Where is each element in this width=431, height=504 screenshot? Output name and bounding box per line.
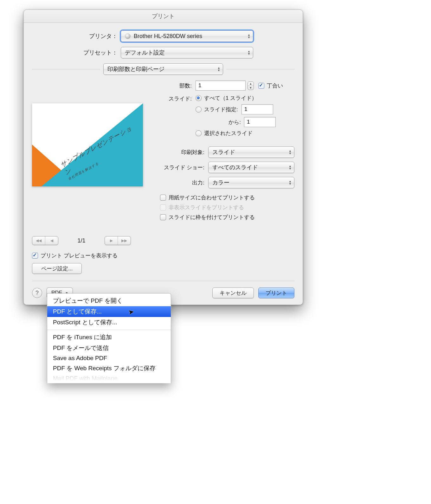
section-value: 印刷部数と印刷ページ bbox=[107, 65, 164, 73]
range-to-field[interactable] bbox=[244, 117, 276, 127]
copies-label: 部数: bbox=[160, 82, 196, 89]
printer-label: プリンタ： bbox=[32, 32, 121, 40]
page-setup-button[interactable]: ページ設定... bbox=[32, 263, 82, 274]
target-label: 印刷対象: bbox=[160, 149, 208, 156]
nav-first-prev[interactable]: ◀◀ ◀ bbox=[32, 236, 58, 245]
preset-label: プリセット： bbox=[32, 49, 121, 56]
help-button[interactable]: ? bbox=[32, 288, 42, 298]
preset-value: デフォルト設定 bbox=[125, 49, 165, 56]
pdf-menu-adobe[interactable]: Save as Adobe PDF bbox=[47, 353, 171, 363]
fit-label: 用紙サイズに合わせてプリントする bbox=[169, 194, 255, 201]
output-label: 出力: bbox=[160, 179, 208, 186]
pdf-menu-save[interactable]: PDF として保存... bbox=[47, 306, 171, 317]
copies-stepper[interactable]: ▲▼ bbox=[248, 81, 254, 90]
show-value: すべてのスライド bbox=[212, 164, 258, 171]
hidden-checkbox bbox=[160, 204, 166, 210]
output-value: カラー bbox=[212, 179, 229, 186]
fit-checkbox[interactable] bbox=[160, 195, 166, 201]
section-popup[interactable]: 印刷部数と印刷ページ ▲▼ bbox=[103, 63, 223, 75]
slides-selected-radio[interactable] bbox=[196, 130, 202, 136]
preset-popup[interactable]: デフォルト設定 ▲▼ bbox=[121, 47, 253, 58]
slides-all-label: すべて（1 スライド） bbox=[204, 94, 257, 102]
show-preview-checkbox[interactable] bbox=[32, 253, 38, 259]
printer-status-icon bbox=[125, 33, 131, 39]
target-popup[interactable]: スライド ▲▼ bbox=[208, 146, 294, 158]
page-indicator: 1/1 bbox=[64, 237, 99, 244]
slides-label: スライド: bbox=[160, 94, 196, 102]
pdf-menu-mail[interactable]: PDF をメールで送信 bbox=[47, 343, 171, 353]
print-button[interactable]: プリント bbox=[258, 288, 294, 298]
slides-range-label: スライド指定: bbox=[204, 106, 241, 113]
slides-range-radio[interactable] bbox=[196, 107, 202, 113]
pdf-menu-mailplane[interactable]: Mail PDF with Mailplane bbox=[47, 374, 171, 383]
slide-preview: サンプルプレゼンテーション 会社問題を解決する bbox=[32, 103, 143, 186]
hidden-label: 非表示スライドをプリントする bbox=[169, 204, 244, 211]
print-dialog: プリント プリンタ： Brother HL-5280DW series ▲▼ プ… bbox=[23, 10, 303, 305]
show-preview-label: プリント プレビューを表示する bbox=[41, 252, 118, 259]
first-page-icon: ◀◀ bbox=[32, 236, 45, 245]
cancel-button[interactable]: キャンセル bbox=[212, 288, 254, 298]
pdf-dropdown-menu: プレビューで PDF を開く PDF として保存... PostScript と… bbox=[47, 293, 171, 383]
range-from-field[interactable] bbox=[241, 104, 273, 114]
collate-checkbox[interactable] bbox=[258, 83, 264, 89]
collate-label: 丁合い bbox=[267, 82, 283, 89]
dialog-title: プリント bbox=[24, 10, 303, 23]
show-label: スライド ショー: bbox=[160, 164, 208, 171]
target-value: スライド bbox=[212, 148, 235, 156]
slides-all-radio[interactable] bbox=[196, 95, 202, 101]
slides-selected-label: 選択されたスライド bbox=[204, 130, 253, 137]
pdf-menu-postscript[interactable]: PostScript として保存... bbox=[47, 317, 171, 328]
frame-label: スライドに枠を付けてプリントする bbox=[169, 214, 255, 221]
printer-value: Brother HL-5280DW series bbox=[134, 33, 202, 40]
pdf-menu-web[interactable]: PDF を Web Receipts フォルダに保存 bbox=[47, 363, 171, 374]
output-popup[interactable]: カラー ▲▼ bbox=[208, 177, 294, 188]
last-page-icon: ▶▶ bbox=[118, 236, 131, 245]
frame-checkbox[interactable] bbox=[160, 214, 166, 220]
copies-field[interactable] bbox=[196, 81, 246, 91]
show-popup[interactable]: すべてのスライド ▲▼ bbox=[208, 162, 294, 173]
next-page-icon: ▶ bbox=[105, 236, 118, 245]
pdf-menu-itunes[interactable]: PDF を iTunes に追加 bbox=[47, 332, 171, 343]
prev-page-icon: ◀ bbox=[45, 236, 58, 245]
nav-next-last[interactable]: ▶ ▶▶ bbox=[105, 236, 131, 245]
range-to-label: から: bbox=[203, 119, 244, 126]
pdf-menu-open[interactable]: プレビューで PDF を開く bbox=[47, 295, 171, 306]
printer-popup[interactable]: Brother HL-5280DW series ▲▼ bbox=[121, 30, 253, 42]
